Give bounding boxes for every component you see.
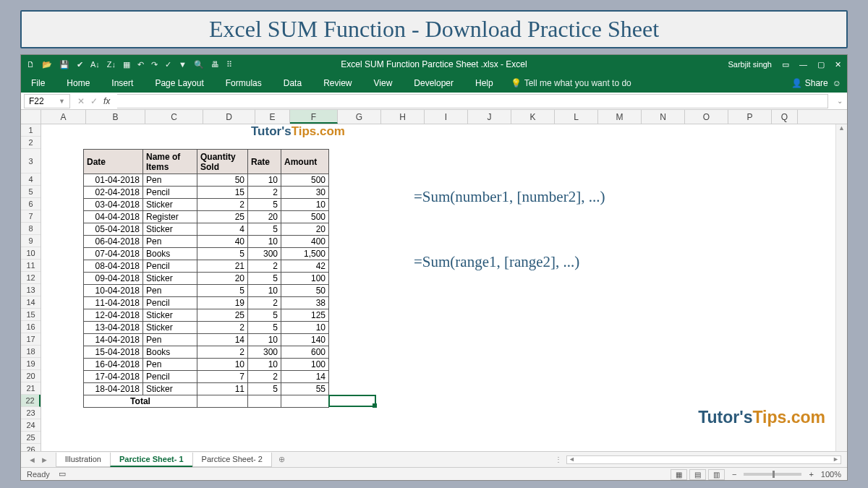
cell-item[interactable]: Books <box>143 346 197 359</box>
cell-date[interactable]: 08-04-2018 <box>84 260 143 273</box>
table-row[interactable]: 18-04-2018Sticker11555 <box>84 383 329 395</box>
cell-item[interactable]: Sticker <box>143 199 197 211</box>
cell-date[interactable]: 14-04-2018 <box>84 334 143 346</box>
add-sheet-button[interactable]: ⊕ <box>271 455 292 464</box>
cell-date[interactable]: 04-04-2018 <box>84 211 143 223</box>
column-header[interactable]: L <box>555 110 598 124</box>
select-all-corner[interactable] <box>21 110 41 124</box>
cell-item[interactable]: Pencil <box>143 371 197 383</box>
cell-amount[interactable]: 400 <box>281 236 329 248</box>
cell-rate[interactable]: 5 <box>248 223 281 236</box>
tab-developer[interactable]: Developer <box>409 75 458 91</box>
cell-rate[interactable]: 10 <box>248 359 281 371</box>
cell-item[interactable]: Pen <box>143 236 197 248</box>
row-header[interactable]: 10 <box>21 247 41 260</box>
cell-date[interactable]: 11-04-2018 <box>84 297 143 309</box>
column-header[interactable]: G <box>338 110 381 124</box>
horizontal-scrollbar[interactable] <box>566 455 841 464</box>
qat-more-icon[interactable]: ⠿ <box>226 60 232 69</box>
cell-qty[interactable]: 2 <box>197 346 248 359</box>
cell-rate[interactable]: 5 <box>248 273 281 285</box>
cell-item[interactable]: Sticker <box>143 383 197 395</box>
column-header[interactable]: N <box>642 110 685 124</box>
formula-input[interactable] <box>117 94 828 108</box>
cell-date[interactable]: 02-04-2018 <box>84 187 143 199</box>
row-header[interactable]: 9 <box>21 235 41 247</box>
row-header[interactable]: 7 <box>21 210 41 223</box>
table-row[interactable]: 01-04-2018Pen5010500 <box>84 174 329 187</box>
cell-date[interactable]: 07-04-2018 <box>84 248 143 260</box>
cell-amount[interactable]: 500 <box>281 174 329 187</box>
tell-me-search[interactable]: 💡 Tell me what you want to do <box>511 78 631 88</box>
cell-amount[interactable]: 38 <box>281 297 329 309</box>
page-layout-view-icon[interactable]: ▤ <box>689 469 706 480</box>
cell-amount[interactable]: 100 <box>281 359 329 371</box>
cell-qty[interactable]: 25 <box>197 211 248 223</box>
row-header[interactable]: 3 <box>21 149 41 174</box>
row-header[interactable]: 25 <box>21 432 41 444</box>
cell-item[interactable]: Register <box>143 211 197 223</box>
row-header[interactable]: 20 <box>21 370 41 382</box>
tab-home[interactable]: Home <box>62 75 94 91</box>
total-amount[interactable] <box>281 395 329 408</box>
row-header[interactable]: 1 <box>21 124 41 137</box>
table-row[interactable]: 07-04-2018Books53001,500 <box>84 248 329 260</box>
cell-rate[interactable]: 5 <box>248 199 281 211</box>
row-header[interactable]: 24 <box>21 419 41 432</box>
cell-rate[interactable]: 2 <box>248 260 281 273</box>
row-header[interactable]: 12 <box>21 272 41 284</box>
th-qty[interactable]: Quantity Sold <box>197 150 248 174</box>
cell-amount[interactable]: 600 <box>281 346 329 359</box>
cell-item[interactable]: Pencil <box>143 297 197 309</box>
cell-rate[interactable]: 10 <box>248 236 281 248</box>
cell-item[interactable]: Pen <box>143 359 197 371</box>
column-header[interactable]: F <box>290 110 338 124</box>
column-header[interactable]: H <box>381 110 425 124</box>
print-icon[interactable]: 🖶 <box>211 60 219 69</box>
close-icon[interactable]: ✕ <box>835 60 841 69</box>
table-row[interactable]: 06-04-2018Pen4010400 <box>84 236 329 248</box>
table-row[interactable]: 17-04-2018Pencil7214 <box>84 371 329 383</box>
cell-qty[interactable]: 40 <box>197 236 248 248</box>
cell-amount[interactable]: 140 <box>281 334 329 346</box>
total-row[interactable]: Total <box>84 395 329 408</box>
table-row[interactable]: 16-04-2018Pen1010100 <box>84 359 329 371</box>
minimize-icon[interactable]: — <box>799 60 807 69</box>
cancel-formula-icon[interactable]: ✕ <box>77 96 85 106</box>
cell-amount[interactable]: 100 <box>281 273 329 285</box>
spellcheck-icon[interactable]: ✓ <box>165 60 171 69</box>
name-box[interactable]: F22 ▼ <box>24 94 70 108</box>
cell-date[interactable]: 06-04-2018 <box>84 236 143 248</box>
next-sheet-icon[interactable]: ► <box>41 455 48 464</box>
th-item[interactable]: Name of Items <box>143 150 197 174</box>
tab-page-layout[interactable]: Page Layout <box>150 75 208 91</box>
sheet-tab[interactable]: Parctice Sheet- 1 <box>110 453 193 467</box>
zoom-slider[interactable] <box>744 473 801 476</box>
tab-formulas[interactable]: Formulas <box>221 75 266 91</box>
table-row[interactable]: 09-04-2018Sticker205100 <box>84 273 329 285</box>
cell-date[interactable]: 05-04-2018 <box>84 223 143 236</box>
cell-rate[interactable]: 2 <box>248 187 281 199</box>
row-header[interactable]: 19 <box>21 358 41 370</box>
cell-item[interactable]: Sticker <box>143 309 197 322</box>
cell-date[interactable]: 03-04-2018 <box>84 199 143 211</box>
sheet-tab[interactable]: Illustration <box>56 453 111 467</box>
redo-icon[interactable]: ↷ <box>151 60 158 69</box>
cell-rate[interactable]: 10 <box>248 174 281 187</box>
ribbon-options-icon[interactable]: ▭ <box>782 60 789 69</box>
row-header[interactable]: 6 <box>21 198 41 210</box>
cell-qty[interactable]: 2 <box>197 199 248 211</box>
total-rate[interactable] <box>248 395 281 408</box>
cell-qty[interactable]: 5 <box>197 248 248 260</box>
cell-amount[interactable]: 125 <box>281 309 329 322</box>
cell-amount[interactable]: 14 <box>281 371 329 383</box>
cell-date[interactable]: 09-04-2018 <box>84 273 143 285</box>
cell-qty[interactable]: 14 <box>197 334 248 346</box>
cell-date[interactable]: 13-04-2018 <box>84 322 143 334</box>
zoom-out-icon[interactable]: − <box>732 470 736 479</box>
cell-qty[interactable]: 5 <box>197 285 248 297</box>
cell-amount[interactable]: 42 <box>281 260 329 273</box>
enter-formula-icon[interactable]: ✓ <box>90 96 98 106</box>
tab-help[interactable]: Help <box>471 75 498 91</box>
sort-desc-icon[interactable]: Z↓ <box>107 60 116 69</box>
